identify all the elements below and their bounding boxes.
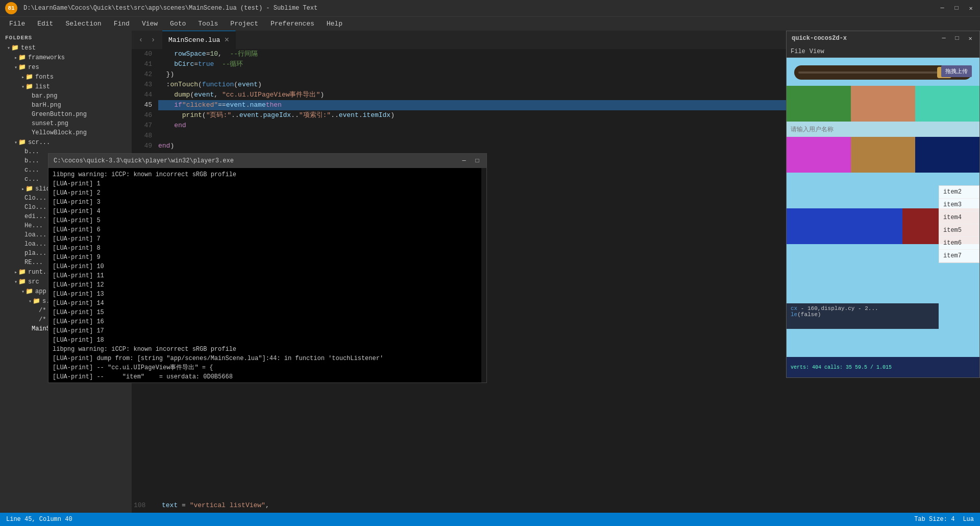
close-button[interactable]: ✕	[967, 4, 975, 12]
minimize-button[interactable]: —	[938, 4, 946, 12]
cocos-menu-view[interactable]: View	[810, 48, 824, 55]
console-title-bar: C:\cocos\quick-3.3\quick\player\win32\pl…	[48, 154, 486, 168]
tree-item-scr[interactable]: ▾📁scr...	[0, 137, 132, 147]
color-cell-blue	[787, 208, 902, 244]
console-line: libpng warning: iCCP: known incorrect sR…	[53, 345, 482, 354]
tree-item-list[interactable]: ▾📁list	[0, 82, 132, 91]
console-maximize[interactable]: □	[473, 157, 481, 165]
list-item-7[interactable]: item7	[939, 250, 979, 262]
color-cell-navy	[915, 137, 979, 173]
console-line: [LUA-print] -- "cc.ui.UIPageView事件导出" = …	[53, 363, 482, 372]
menu-item-goto[interactable]: Goto	[165, 18, 191, 29]
console-line: [LUA-print] 9	[53, 253, 482, 262]
line-num-41: 41	[132, 59, 152, 69]
console-scrollbar[interactable]	[481, 168, 486, 382]
tab-size: Tab Size: 4	[914, 516, 954, 523]
cocos-title-bar: quick-cocos2d-x — □ ✕	[787, 31, 979, 45]
console-output[interactable]: libpng warning: iCCP: known incorrect sR…	[48, 168, 486, 382]
line-num-42: 42	[132, 69, 152, 80]
right-list-panel: item2 item3 item4 item5 item6 item7	[939, 185, 979, 263]
console-minimize[interactable]: —	[460, 157, 468, 165]
menu-item-file[interactable]: File	[4, 18, 30, 29]
console-line: [LUA-print] 18	[53, 336, 482, 345]
line-num-49: 49	[132, 141, 152, 151]
cocos-minimize[interactable]: —	[940, 34, 948, 42]
color-cell-green	[787, 86, 851, 122]
menu-item-help[interactable]: Help	[322, 18, 348, 29]
console-line: [LUA-print] 8	[53, 244, 482, 253]
title-bar: 81 D:\LearnGame\Cocos\Quick\test\src\app…	[0, 0, 980, 16]
app-title: D:\LearnGame\Cocos\Quick\test\src\app\sc…	[23, 5, 317, 12]
cocos-menu-file[interactable]: File	[791, 48, 805, 55]
tab-nav-left[interactable]: ‹	[136, 35, 146, 45]
color-row-2	[787, 137, 979, 173]
list-item-3[interactable]: item3	[939, 199, 979, 211]
folders-label: FOLDERS	[0, 31, 132, 43]
cocos-title: quick-cocos2d-x	[792, 35, 847, 42]
color-cell-teal	[915, 86, 979, 122]
menu-item-edit[interactable]: Edit	[32, 18, 58, 29]
color-cell-orange	[851, 86, 915, 122]
console-line: [LUA-print] 17	[53, 326, 482, 336]
console-line: [LUA-print] -- "itemIdx" = 1	[53, 381, 482, 382]
menu-item-tools[interactable]: Tools	[193, 18, 223, 29]
window-controls: — □ ✕	[938, 4, 975, 12]
tree-item-yellowblockpng[interactable]: YellowBlock.png	[0, 128, 132, 137]
tab-nav-right[interactable]: ›	[148, 35, 158, 45]
line-num-47: 47	[132, 121, 152, 131]
color-cell-gold	[851, 137, 915, 173]
line-num-48: 48	[132, 131, 152, 141]
list-item-2[interactable]: item2	[939, 186, 979, 199]
tree-item-barhpng[interactable]: barH.png	[0, 101, 132, 110]
menu-bar: FileEditSelectionFindViewGotoToolsProjec…	[0, 16, 980, 31]
console-line: [LUA-print] 16	[53, 317, 482, 326]
username-input[interactable]	[791, 126, 975, 133]
console-window-controls: — □	[460, 157, 481, 165]
menu-item-project[interactable]: Project	[225, 18, 263, 29]
tree-item-res[interactable]: ▾📁res	[0, 62, 132, 72]
menu-item-find[interactable]: Find	[109, 18, 135, 29]
tree-item-barpng[interactable]: bar.png	[0, 91, 132, 101]
cocos-close[interactable]: ✕	[966, 34, 974, 42]
menu-item-view[interactable]: View	[137, 18, 163, 29]
cocos-window: quick-cocos2d-x — □ ✕ File View ⇔	[786, 31, 980, 378]
tree-item-greenbuttonpng[interactable]: GreenButton.png	[0, 110, 132, 119]
console-window: C:\cocos\quick-3.3\quick\player\win32\pl…	[48, 153, 487, 383]
console-line: [LUA-print] 2	[53, 188, 482, 198]
console-line: [LUA-print] 11	[53, 271, 482, 280]
tab-nav: ‹ ›	[132, 31, 162, 49]
stats-overlay: verts: 404 calls: 35 59.5 / 1.015	[787, 357, 979, 377]
tab-close-button[interactable]: ×	[224, 36, 229, 45]
line-num-44: 44	[132, 90, 152, 100]
tree-item-test[interactable]: ▾📁test	[0, 43, 132, 53]
list-item-4[interactable]: item4	[939, 211, 979, 224]
tree-item-fonts[interactable]: ▸📁fonts	[0, 72, 132, 82]
line-num-40: 40	[132, 49, 152, 59]
menu-item-preferences[interactable]: Preferences	[265, 18, 320, 29]
line-num-45: 45	[132, 100, 152, 110]
cocos-window-controls: — □ ✕	[940, 34, 974, 42]
console-line: [LUA-print] 1	[53, 179, 482, 188]
tab-label: MainScene.lua	[168, 36, 220, 44]
tree-item-frameworks[interactable]: ▸📁frameworks	[0, 53, 132, 62]
code-overlay: cx - 160,display.cy - 2... le(false)	[787, 303, 939, 329]
tree-item-sunsetpng[interactable]: sunset.png	[0, 119, 132, 128]
bottom-code-line: 108 text = "vertical listView",	[132, 497, 980, 513]
console-title: C:\cocos\quick-3.3\quick\player\win32\pl…	[54, 157, 234, 164]
color-cell-purple	[787, 137, 851, 173]
game-viewport: ⇔ 拖拽上传	[787, 58, 979, 377]
tab-main-scene[interactable]: MainScene.lua ×	[162, 31, 236, 49]
list-item-6[interactable]: item6	[939, 237, 979, 250]
console-line: [LUA-print] 6	[53, 225, 482, 234]
console-line: [LUA-print] 14	[53, 299, 482, 308]
console-line: [LUA-print] 4	[53, 207, 482, 216]
drag-upload-button[interactable]: 拖拽上传	[941, 65, 972, 77]
maximize-button[interactable]: □	[952, 4, 961, 12]
menu-item-selection[interactable]: Selection	[60, 18, 106, 29]
username-input-row	[787, 122, 979, 137]
list-item-5[interactable]: item5	[939, 224, 979, 237]
color-row-1	[787, 86, 979, 122]
cocos-maximize[interactable]: □	[953, 34, 961, 42]
cocos-game-content: ⇔ 拖拽上传	[787, 58, 979, 377]
console-line: [LUA-print] 10	[53, 262, 482, 271]
